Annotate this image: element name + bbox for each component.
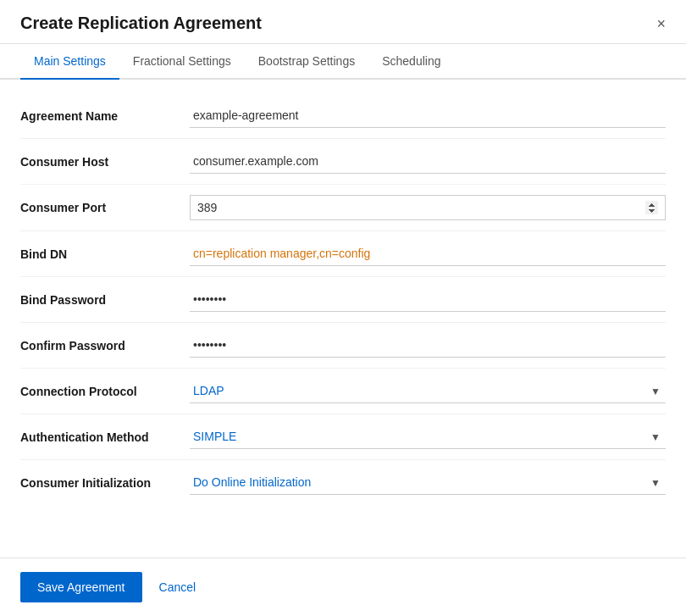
modal-footer: Save Agreement Cancel (0, 558, 686, 616)
agreement-name-row: Agreement Name (20, 93, 666, 139)
connection-protocol-wrapper: LDAP LDAPS StartTLS ▼ (190, 379, 666, 403)
modal-body: Agreement Name Consumer Host Consumer Po… (0, 80, 686, 558)
consumer-port-wrapper (190, 195, 666, 220)
consumer-port-row: Consumer Port (20, 185, 666, 231)
auth-method-wrapper: SIMPLE SASL/GSSAPI SASL/DIGEST-MD5 ▼ (190, 425, 666, 449)
consumer-host-label: Consumer Host (20, 155, 190, 169)
agreement-name-label: Agreement Name (20, 109, 190, 123)
tab-bootstrap-settings[interactable]: Bootstrap Settings (245, 44, 368, 80)
consumer-host-row: Consumer Host (20, 139, 666, 185)
confirm-password-label: Confirm Password (20, 339, 190, 352)
consumer-init-select[interactable]: Do Online Initialization Do Not Initiali… (190, 470, 666, 495)
tab-bar: Main Settings Fractional Settings Bootst… (0, 44, 686, 80)
modal-title: Create Replication Agreement (20, 14, 262, 43)
auth-method-label: Authentication Method (20, 430, 190, 444)
consumer-init-label: Consumer Initialization (20, 476, 190, 490)
bind-dn-row: Bind DN (20, 231, 666, 277)
connection-protocol-row: Connection Protocol LDAP LDAPS StartTLS … (20, 369, 666, 414)
bind-password-row: Bind Password (20, 277, 666, 323)
consumer-host-input[interactable] (190, 149, 666, 174)
agreement-name-input[interactable] (190, 103, 666, 128)
confirm-password-row: Confirm Password (20, 323, 666, 369)
bind-dn-label: Bind DN (20, 247, 190, 261)
modal-header: Create Replication Agreement × (0, 0, 686, 44)
consumer-init-row: Consumer Initialization Do Online Initia… (20, 460, 666, 505)
auth-method-row: Authentication Method SIMPLE SASL/GSSAPI… (20, 414, 666, 460)
close-button[interactable]: × (656, 16, 666, 42)
consumer-port-label: Consumer Port (20, 201, 190, 214)
tab-main-settings[interactable]: Main Settings (20, 44, 119, 80)
tab-scheduling[interactable]: Scheduling (368, 44, 454, 80)
create-replication-modal: Create Replication Agreement × Main Sett… (0, 0, 686, 616)
bind-password-label: Bind Password (20, 293, 190, 307)
consumer-port-input[interactable] (190, 195, 666, 220)
connection-protocol-label: Connection Protocol (20, 385, 190, 398)
connection-protocol-select[interactable]: LDAP LDAPS StartTLS (190, 379, 666, 403)
tab-fractional-settings[interactable]: Fractional Settings (119, 44, 245, 80)
save-agreement-button[interactable]: Save Agreement (20, 572, 142, 602)
bind-dn-input[interactable] (190, 241, 666, 266)
confirm-password-input[interactable] (190, 333, 666, 358)
cancel-button[interactable]: Cancel (156, 572, 200, 602)
auth-method-select[interactable]: SIMPLE SASL/GSSAPI SASL/DIGEST-MD5 (190, 425, 666, 449)
bind-password-input[interactable] (190, 287, 666, 312)
consumer-init-wrapper: Do Online Initialization Do Not Initiali… (190, 470, 666, 495)
